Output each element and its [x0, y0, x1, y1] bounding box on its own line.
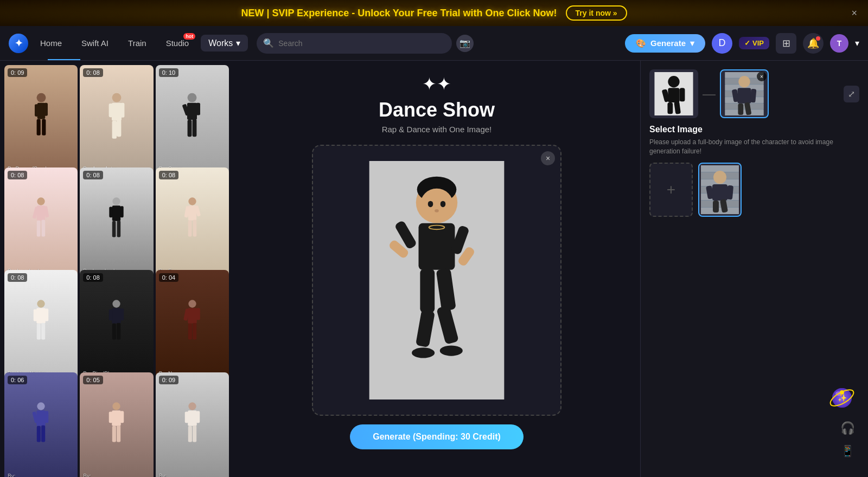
dance-show-subtitle: Rap & Dance with One Image!: [382, 125, 492, 134]
gallery-item[interactable]: 0: 08 By: ApexAstra: [80, 65, 153, 175]
svg-point-75: [420, 189, 453, 222]
gallery-item[interactable]: 0: 08 By: Fay: [156, 167, 229, 278]
svg-rect-59: [41, 426, 45, 442]
svg-rect-110: [738, 104, 743, 115]
svg-point-88: [412, 347, 435, 358]
nav-home[interactable]: Home: [33, 35, 69, 51]
vip-check-icon: ✓: [744, 39, 750, 47]
nav-train[interactable]: Train: [120, 35, 154, 51]
svg-rect-22: [37, 221, 41, 237]
svg-rect-44: [109, 310, 113, 321]
avatar-button[interactable]: T: [830, 34, 848, 53]
select-image-section: Select Image Please upload a full-body i…: [649, 125, 859, 156]
svg-rect-26: [110, 207, 113, 218]
svg-rect-96: [667, 102, 673, 114]
generate-credit-button[interactable]: Generate (Spending: 30 Credit): [350, 424, 524, 449]
svg-rect-52: [188, 324, 192, 340]
generate-dropdown-icon: ▾: [690, 38, 694, 48]
gallery-duration: 0: 10: [159, 68, 178, 77]
svg-point-54: [37, 403, 45, 410]
svg-rect-63: [120, 411, 124, 423]
svg-rect-123: [726, 185, 733, 199]
gallery-duration: 0: 08: [159, 171, 178, 179]
gallery-item[interactable]: 0: 08 By: PixelPlume: [80, 270, 153, 380]
gallery-item[interactable]: 0: 09 By:: [156, 372, 229, 477]
gallery-author: By:: [83, 473, 91, 477]
gallery-item[interactable]: 0: 08 By: NovaNimble: [4, 270, 78, 380]
gallery-duration: 0: 08: [83, 273, 103, 282]
gallery-duration: 0: 04: [159, 273, 178, 282]
floating-assistant[interactable]: ✨: [827, 382, 857, 412]
svg-rect-93: [668, 88, 679, 102]
floating-mobile-button[interactable]: 📱: [838, 441, 857, 461]
comparison-row: — ×: [649, 69, 859, 118]
nav-swift-ai[interactable]: Swift AI: [74, 35, 116, 51]
svg-rect-39: [45, 309, 49, 321]
svg-rect-95: [680, 88, 685, 101]
floating-headset-button[interactable]: 🎧: [838, 418, 857, 438]
select-image-hint: Please upload a full-body image of the c…: [649, 138, 859, 156]
add-image-button[interactable]: +: [649, 163, 693, 217]
nav-studio[interactable]: Studio hot: [158, 35, 197, 51]
dancer-preview: [313, 146, 560, 415]
grid-button[interactable]: ⊞: [776, 33, 796, 54]
vip-button[interactable]: ✓ VIP: [739, 37, 769, 49]
generate-icon: 🎨: [636, 38, 646, 48]
expand-comparison-button[interactable]: ⤢: [844, 86, 859, 102]
svg-rect-105: [725, 109, 763, 115]
try-it-now-button[interactable]: Try it now »: [566, 5, 627, 21]
svg-rect-16: [188, 120, 192, 137]
gallery-item[interactable]: 0: 08 By: LunaLash: [80, 167, 153, 278]
camera-button[interactable]: 📷: [456, 35, 474, 52]
gallery-item[interactable]: 0: 10 By: Surge: [156, 65, 229, 175]
comparison-thumb-left[interactable]: [649, 69, 698, 118]
generate-button[interactable]: 🎨 Generate ▾: [625, 34, 705, 53]
nav-works[interactable]: Works ▾: [201, 35, 248, 51]
svg-rect-27: [120, 207, 124, 218]
svg-rect-45: [120, 309, 124, 321]
gallery-item[interactable]: 0: 05 By:: [80, 372, 153, 477]
svg-rect-68: [185, 412, 189, 423]
svg-point-36: [37, 300, 45, 308]
center-area: ✦✦ Dance Show Rap & Dance with One Image…: [233, 61, 640, 477]
svg-point-18: [37, 198, 45, 205]
svg-rect-15: [196, 103, 201, 115]
svg-point-60: [113, 403, 120, 410]
search-bar[interactable]: 🔍: [257, 33, 452, 54]
upload-close-button[interactable]: ×: [541, 151, 555, 165]
gallery-item[interactable]: 0: 04 By: Nova: [156, 270, 229, 380]
gallery-item[interactable]: 0: 08 By: LunaLash: [4, 167, 78, 278]
svg-point-78: [435, 209, 439, 212]
svg-rect-40: [37, 324, 41, 340]
svg-point-24: [113, 198, 120, 205]
search-input[interactable]: [278, 39, 445, 48]
gallery-item[interactable]: 0: 06 By:: [4, 372, 78, 477]
svg-point-6: [112, 93, 122, 102]
svg-point-106: [738, 76, 750, 87]
comparison-thumb-right[interactable]: ×: [720, 69, 769, 118]
notification-button[interactable]: 🔔: [803, 33, 824, 54]
notification-dot: [816, 36, 820, 41]
comparison-close-button[interactable]: ×: [757, 72, 767, 81]
comp-dash: —: [703, 86, 716, 101]
gallery-item[interactable]: 0: 09 By:DawnofSpark: [4, 65, 78, 175]
svg-rect-35: [193, 220, 196, 237]
svg-rect-79: [419, 223, 455, 270]
svg-rect-121: [712, 184, 727, 201]
svg-rect-64: [112, 426, 116, 442]
svg-rect-119: [701, 208, 739, 214]
banner-close-button[interactable]: ×: [851, 8, 857, 19]
upload-area[interactable]: ×: [312, 145, 561, 416]
uploaded-image-thumb[interactable]: [698, 163, 742, 217]
svg-rect-104: [725, 104, 763, 109]
svg-rect-28: [112, 221, 116, 237]
svg-rect-53: [193, 323, 196, 340]
svg-rect-107: [738, 88, 751, 103]
svg-rect-67: [188, 411, 197, 427]
discord-button[interactable]: D: [712, 33, 732, 54]
logo-icon[interactable]: ✦: [9, 34, 28, 53]
svg-point-120: [713, 171, 726, 184]
nav-underline: [48, 59, 80, 60]
avatar-dropdown-icon[interactable]: ▾: [855, 38, 859, 48]
search-icon: 🔍: [263, 38, 274, 48]
